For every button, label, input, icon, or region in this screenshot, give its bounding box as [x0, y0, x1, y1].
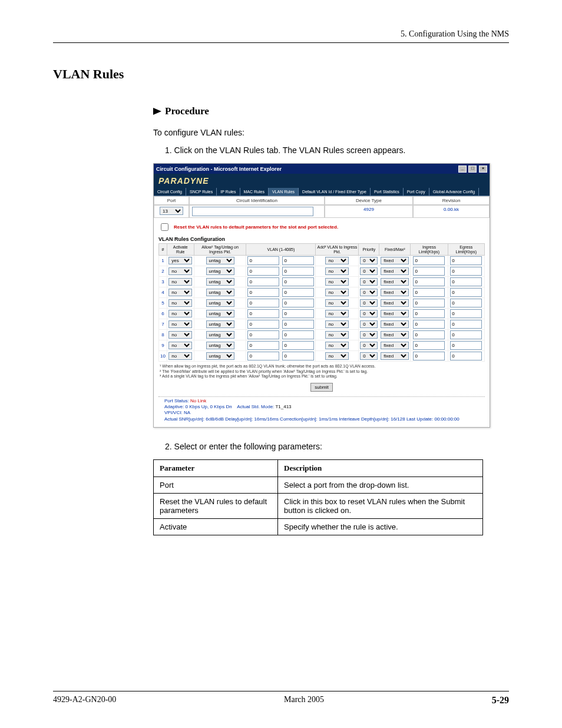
add-select[interactable]: no: [325, 342, 349, 349]
ingress-input[interactable]: [413, 256, 445, 265]
vlan-b-input[interactable]: [282, 288, 314, 297]
vlan-a-input[interactable]: [247, 330, 279, 339]
egress-input[interactable]: [450, 288, 482, 297]
ingress-input[interactable]: [413, 330, 445, 339]
fixedmax-select[interactable]: fixed: [381, 257, 409, 264]
egress-input[interactable]: [450, 267, 482, 276]
tab-circuit-config[interactable]: Circuit Config: [154, 188, 186, 196]
ingress-input[interactable]: [413, 277, 445, 286]
allow-select[interactable]: untag: [206, 299, 234, 307]
activate-select[interactable]: no: [168, 299, 192, 307]
vlan-b-input[interactable]: [282, 256, 314, 265]
priority-select[interactable]: 0: [360, 289, 378, 296]
ingress-input[interactable]: [413, 267, 445, 276]
activate-select[interactable]: no: [168, 320, 192, 328]
add-select[interactable]: no: [325, 257, 349, 264]
add-select[interactable]: no: [325, 320, 349, 328]
tab-mac-rules[interactable]: MAC Rules: [240, 188, 269, 196]
fixedmax-select[interactable]: fixed: [381, 342, 409, 349]
egress-input[interactable]: [450, 330, 482, 339]
allow-select[interactable]: untag: [206, 257, 234, 264]
minimize-icon[interactable]: _: [458, 166, 467, 173]
allow-select[interactable]: untag: [206, 267, 234, 275]
circuit-input[interactable]: [192, 207, 313, 216]
tab-port-statistics[interactable]: Port Statistics: [371, 188, 404, 196]
vlan-a-input[interactable]: [247, 309, 279, 318]
add-select[interactable]: no: [325, 278, 349, 286]
activate-select[interactable]: no: [168, 342, 192, 349]
priority-select[interactable]: 0: [360, 278, 378, 286]
vlan-a-input[interactable]: [247, 256, 279, 265]
tab-ip-rules[interactable]: IP Rules: [217, 188, 240, 196]
ingress-input[interactable]: [413, 352, 445, 360]
ingress-input[interactable]: [413, 309, 445, 318]
egress-input[interactable]: [450, 256, 482, 265]
allow-select[interactable]: untag: [206, 310, 234, 317]
activate-select[interactable]: no: [168, 278, 192, 286]
fixedmax-select[interactable]: fixed: [381, 331, 409, 339]
reset-checkbox[interactable]: [161, 223, 168, 231]
activate-select[interactable]: no: [168, 331, 192, 339]
add-select[interactable]: no: [325, 352, 349, 360]
activate-select[interactable]: no: [168, 352, 192, 360]
activate-select[interactable]: no: [168, 289, 192, 296]
vlan-a-input[interactable]: [247, 299, 279, 307]
vlan-a-input[interactable]: [247, 277, 279, 286]
allow-select[interactable]: untag: [206, 278, 234, 286]
priority-select[interactable]: 0: [360, 352, 378, 360]
vlan-a-input[interactable]: [247, 267, 279, 276]
maximize-icon[interactable]: □: [468, 166, 477, 173]
tab-port-copy[interactable]: Port Copy: [404, 188, 429, 196]
vlan-a-input[interactable]: [247, 341, 279, 350]
fixedmax-select[interactable]: fixed: [381, 278, 409, 286]
vlan-a-input[interactable]: [247, 352, 279, 360]
priority-select[interactable]: 0: [360, 310, 378, 317]
add-select[interactable]: no: [325, 267, 349, 275]
egress-input[interactable]: [450, 299, 482, 307]
vlan-b-input[interactable]: [282, 309, 314, 318]
priority-select[interactable]: 0: [360, 320, 378, 328]
egress-input[interactable]: [450, 309, 482, 318]
vlan-a-input[interactable]: [247, 288, 279, 297]
ingress-input[interactable]: [413, 288, 445, 297]
fixedmax-select[interactable]: fixed: [381, 320, 409, 328]
allow-select[interactable]: untag: [206, 342, 234, 349]
ingress-input[interactable]: [413, 299, 445, 307]
submit-button[interactable]: submit: [310, 383, 333, 392]
egress-input[interactable]: [450, 352, 482, 360]
egress-input[interactable]: [450, 341, 482, 350]
activate-select[interactable]: no: [168, 310, 192, 317]
fixedmax-select[interactable]: fixed: [381, 299, 409, 307]
add-select[interactable]: no: [325, 299, 349, 307]
vlan-b-input[interactable]: [282, 352, 314, 360]
allow-select[interactable]: untag: [206, 352, 234, 360]
allow-select[interactable]: untag: [206, 320, 234, 328]
egress-input[interactable]: [450, 320, 482, 329]
vlan-b-input[interactable]: [282, 299, 314, 307]
priority-select[interactable]: 0: [360, 342, 378, 349]
fixedmax-select[interactable]: fixed: [381, 289, 409, 296]
vlan-b-input[interactable]: [282, 267, 314, 276]
vlan-b-input[interactable]: [282, 320, 314, 329]
vlan-b-input[interactable]: [282, 277, 314, 286]
fixedmax-select[interactable]: fixed: [381, 310, 409, 317]
priority-select[interactable]: 0: [360, 331, 378, 339]
vlan-b-input[interactable]: [282, 341, 314, 350]
tab-global-advance-config[interactable]: Global Advance Config: [429, 188, 479, 196]
priority-select[interactable]: 0: [360, 257, 378, 264]
window-controls[interactable]: _ □ ×: [458, 165, 487, 173]
priority-select[interactable]: 0: [360, 267, 378, 275]
close-icon[interactable]: ×: [479, 166, 487, 173]
allow-select[interactable]: untag: [206, 331, 234, 339]
add-select[interactable]: no: [325, 310, 349, 317]
tab-vlan-rules[interactable]: VLAN Rules: [269, 188, 299, 196]
vlan-a-input[interactable]: [247, 320, 279, 329]
ingress-input[interactable]: [413, 341, 445, 350]
ingress-input[interactable]: [413, 320, 445, 329]
vlan-b-input[interactable]: [282, 330, 314, 339]
fixedmax-select[interactable]: fixed: [381, 352, 409, 360]
add-select[interactable]: no: [325, 331, 349, 339]
port-select[interactable]: 13: [160, 207, 183, 215]
allow-select[interactable]: untag: [206, 289, 234, 296]
fixedmax-select[interactable]: fixed: [381, 267, 409, 275]
